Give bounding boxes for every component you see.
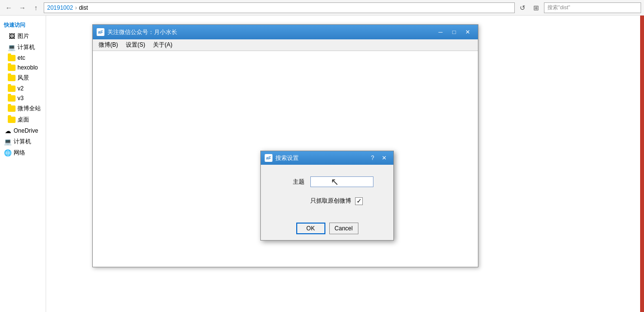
app-close-button[interactable]: ✕ xyxy=(461,27,474,37)
sidebar-item-network[interactable]: 🌐 网络 xyxy=(0,147,46,158)
original-weibo-checkbox[interactable]: ✓ xyxy=(355,197,363,205)
sidebar-item-v2[interactable]: v2 xyxy=(0,84,46,93)
search-input[interactable] xyxy=(544,5,641,11)
app-titlebar: aF 关注微信公众号：月小水长 ─ □ ✕ xyxy=(93,25,478,39)
sidebar-item-hexoblo[interactable]: hexoblo xyxy=(0,63,46,72)
sidebar-label-network: 网络 xyxy=(14,149,25,157)
explorer-body: 快速访问 🖼 图片 💻 计算机 etc hexoblo 风景 xyxy=(0,16,644,312)
app-window: aF 关注微信公众号：月小水长 ─ □ ✕ 微博(B) 设置(S) 关于(A) xyxy=(92,24,478,267)
sidebar-label-hexoblo: hexoblo xyxy=(17,64,38,71)
sidebar-label-fengjing: 风景 xyxy=(17,74,29,82)
sidebar-label-weibo: 微博全站 xyxy=(17,104,41,113)
sidebar-item-onedrive[interactable]: ☁ OneDrive xyxy=(0,125,46,136)
checkbox-row: 只抓取原创微博 ✓ xyxy=(271,197,384,205)
nav-toolbar: ← → ↑ 20191002 › dist ↺ ⊞ xyxy=(0,0,644,16)
cancel-button[interactable]: Cancel xyxy=(329,223,358,234)
sidebar-item-fengjing[interactable]: 风景 xyxy=(0,72,46,84)
sidebar-item-my-computer[interactable]: 💻 计算机 xyxy=(0,136,46,147)
subject-input[interactable] xyxy=(310,176,373,187)
search-settings-dialog: aF 搜索设置 ? ✕ 主题 xyxy=(260,151,394,241)
original-weibo-row: 只抓取原创微博 ✓ xyxy=(310,197,363,205)
folder-icon-fengjing xyxy=(8,75,16,81)
sidebar-label-desktop: 桌面 xyxy=(17,116,29,124)
sidebar-label-v3: v3 xyxy=(17,95,24,102)
sidebar-item-v3[interactable]: v3 xyxy=(0,93,46,103)
view-options-button[interactable]: ⊞ xyxy=(530,2,542,14)
dialog-titlebar: aF 搜索设置 ? ✕ xyxy=(261,151,393,165)
sidebar: 快速访问 🖼 图片 💻 计算机 etc hexoblo 风景 xyxy=(0,16,46,312)
refresh-button[interactable]: ↺ xyxy=(517,2,528,14)
computer-icon: 💻 xyxy=(8,44,16,52)
quick-access-header[interactable]: 快速访问 xyxy=(0,19,46,31)
subject-row: 主题 xyxy=(271,176,384,187)
sidebar-item-desktop[interactable]: 桌面 xyxy=(0,114,46,125)
app-title: 关注微信公众号：月小水长 xyxy=(107,28,431,36)
folder-icon-weibo xyxy=(8,105,16,112)
main-content: aF 关注微信公众号：月小水长 ─ □ ✕ 微博(B) 设置(S) 关于(A) xyxy=(46,16,644,312)
app-menubar: 微博(B) 设置(S) 关于(A) xyxy=(93,39,478,51)
app-maximize-button[interactable]: □ xyxy=(448,27,460,37)
back-button[interactable]: ← xyxy=(3,2,15,14)
checkbox-label: 只抓取原创微博 xyxy=(310,197,351,205)
app-content: aF 搜索设置 ? ✕ 主题 xyxy=(93,51,478,267)
breadcrumb-separator: › xyxy=(75,4,77,11)
app-minimize-button[interactable]: ─ xyxy=(434,27,447,37)
explorer-window: ← → ↑ 20191002 › dist ↺ ⊞ 快速访问 🖼 图片 💻 计算… xyxy=(0,0,644,312)
forward-button[interactable]: → xyxy=(17,2,28,14)
menu-settings[interactable]: 设置(S) xyxy=(122,40,149,50)
sidebar-item-computer[interactable]: 💻 计算机 xyxy=(0,42,46,53)
folder-icon-desktop xyxy=(8,117,16,123)
dialog-title: 搜索设置 xyxy=(275,154,364,162)
app-title-controls: ─ □ ✕ xyxy=(434,27,474,37)
search-box[interactable] xyxy=(544,2,641,13)
folder-icon-v2 xyxy=(8,86,16,92)
menu-weibo[interactable]: 微博(B) xyxy=(95,40,122,50)
sidebar-item-etc[interactable]: etc xyxy=(0,53,46,63)
breadcrumb[interactable]: 20191002 › dist xyxy=(44,2,515,13)
folder-icon-etc xyxy=(8,55,16,61)
breadcrumb-item-1: 20191002 xyxy=(47,4,73,11)
folder-icon-v3 xyxy=(8,95,16,102)
breadcrumb-item-2: dist xyxy=(79,4,88,11)
sidebar-label-v2: v2 xyxy=(17,85,24,92)
dialog-help-button[interactable]: ? xyxy=(367,154,378,162)
subject-label: 主题 xyxy=(271,178,305,186)
dialog-footer: OK Cancel xyxy=(261,223,393,240)
dialog-icon: aF xyxy=(265,154,272,162)
sidebar-label-my-computer: 计算机 xyxy=(14,138,31,146)
scroll-accent xyxy=(640,16,644,312)
dialog-body: 主题 只抓取原创微博 ✓ xyxy=(261,165,393,223)
ok-button[interactable]: OK xyxy=(296,223,325,234)
sidebar-item-weibo[interactable]: 微博全站 xyxy=(0,103,46,114)
network-icon: 🌐 xyxy=(4,149,12,157)
up-button[interactable]: ↑ xyxy=(30,2,42,14)
pictures-icon: 🖼 xyxy=(8,33,16,40)
sidebar-item-pictures[interactable]: 🖼 图片 xyxy=(0,31,46,42)
my-computer-icon: 💻 xyxy=(4,138,12,146)
dialog-controls: ? ✕ xyxy=(367,154,390,162)
folder-icon-hexoblo xyxy=(8,65,16,71)
sidebar-label-onedrive: OneDrive xyxy=(14,127,38,134)
sidebar-label-etc: etc xyxy=(17,54,25,61)
app-icon: aF xyxy=(97,28,104,36)
menu-about[interactable]: 关于(A) xyxy=(149,40,176,50)
dialog-close-button[interactable]: ✕ xyxy=(379,154,390,162)
checkmark-icon: ✓ xyxy=(356,198,362,204)
onedrive-icon: ☁ xyxy=(4,127,12,135)
sidebar-label-computer: 计算机 xyxy=(17,43,35,52)
sidebar-label-pictures: 图片 xyxy=(17,32,29,40)
